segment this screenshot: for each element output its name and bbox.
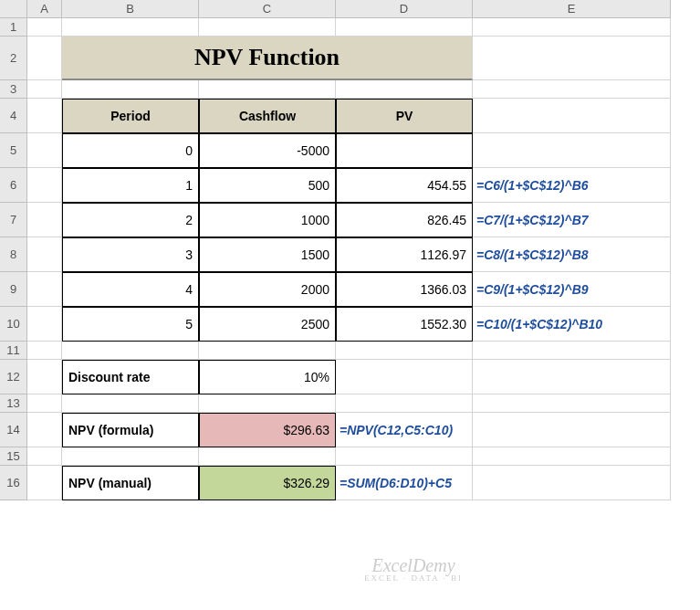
cell-A1[interactable] [27,18,62,37]
row-header-1[interactable]: 1 [0,18,27,37]
npv-formula-label[interactable]: NPV (formula) [62,413,199,447]
cell-cashflow-0[interactable]: -5000 [199,133,336,168]
cell-A7[interactable] [27,203,62,237]
cell-E3[interactable] [473,80,671,99]
cell-A5[interactable] [27,133,62,168]
cell-E16[interactable] [473,466,671,500]
header-cashflow[interactable]: Cashflow [199,99,336,133]
cell-B13[interactable] [62,394,199,413]
cell-pv-0[interactable] [336,133,473,168]
cell-B1[interactable] [62,18,199,37]
row-header-13[interactable]: 13 [0,394,27,413]
row-header-10[interactable]: 10 [0,307,27,342]
cell-A4[interactable] [27,99,62,133]
formula-e7[interactable]: =C7/(1+$C$12)^B7 [473,203,671,237]
row-header-12[interactable]: 12 [0,360,27,394]
cell-D3[interactable] [336,80,473,99]
cell-D12[interactable] [336,360,473,394]
cell-A8[interactable] [27,237,62,272]
cell-B15[interactable] [62,447,199,466]
cell-cashflow-4[interactable]: 2000 [199,272,336,307]
cell-D1[interactable] [336,18,473,37]
row-header-3[interactable]: 3 [0,80,27,99]
npv-formula-text[interactable]: =NPV(C12,C5:C10) [336,413,473,447]
discount-value[interactable]: 10% [199,360,336,394]
cell-cashflow-2[interactable]: 1000 [199,203,336,237]
row-header-15[interactable]: 15 [0,447,27,466]
row-header-9[interactable]: 9 [0,272,27,307]
title-cell[interactable]: NPV Function [62,37,473,80]
row-header-8[interactable]: 8 [0,237,27,272]
row-header-7[interactable]: 7 [0,203,27,237]
cell-E4[interactable] [473,99,671,133]
cell-A12[interactable] [27,360,62,394]
row-header-4[interactable]: 4 [0,99,27,133]
col-header-E[interactable]: E [473,0,671,18]
row-header-6[interactable]: 6 [0,168,27,203]
cell-E15[interactable] [473,447,671,466]
cell-period-3[interactable]: 3 [62,237,199,272]
npv-manual-label[interactable]: NPV (manual) [62,466,199,500]
formula-e6[interactable]: =C6/(1+$C$12)^B6 [473,168,671,203]
cell-B3[interactable] [62,80,199,99]
cell-A6[interactable] [27,168,62,203]
cell-A11[interactable] [27,342,62,360]
npv-manual-text[interactable]: =SUM(D6:D10)+C5 [336,466,473,500]
header-pv[interactable]: PV [336,99,473,133]
row-header-2[interactable]: 2 [0,37,27,80]
cell-E11[interactable] [473,342,671,360]
row-header-5[interactable]: 5 [0,133,27,168]
cell-pv-5[interactable]: 1552.30 [336,307,473,342]
cell-A14[interactable] [27,413,62,447]
cell-C1[interactable] [199,18,336,37]
cell-pv-3[interactable]: 1126.97 [336,237,473,272]
formula-e10[interactable]: =C10/(1+$C$12)^B10 [473,307,671,342]
cell-pv-2[interactable]: 826.45 [336,203,473,237]
cell-A3[interactable] [27,80,62,99]
discount-label[interactable]: Discount rate [62,360,199,394]
formula-e9[interactable]: =C9/(1+$C$12)^B9 [473,272,671,307]
col-header-C[interactable]: C [199,0,336,18]
cell-A15[interactable] [27,447,62,466]
cell-cashflow-3[interactable]: 1500 [199,237,336,272]
cell-E5[interactable] [473,133,671,168]
cell-period-1[interactable]: 1 [62,168,199,203]
row-header-16[interactable]: 16 [0,466,27,500]
cell-C3[interactable] [199,80,336,99]
cell-A9[interactable] [27,272,62,307]
cell-D13[interactable] [336,394,473,413]
cell-A10[interactable] [27,307,62,342]
cell-pv-1[interactable]: 454.55 [336,168,473,203]
cell-E13[interactable] [473,394,671,413]
cell-E14[interactable] [473,413,671,447]
cell-period-4[interactable]: 4 [62,272,199,307]
cell-C13[interactable] [199,394,336,413]
col-header-A[interactable]: A [27,0,62,18]
select-all-corner[interactable] [0,0,27,18]
cell-pv-4[interactable]: 1366.03 [336,272,473,307]
cell-A2[interactable] [27,37,62,80]
formula-e8[interactable]: =C8/(1+$C$12)^B8 [473,237,671,272]
cell-D15[interactable] [336,447,473,466]
npv-manual-value[interactable]: $326.29 [199,466,336,500]
cell-E12[interactable] [473,360,671,394]
cell-E1[interactable] [473,18,671,37]
npv-formula-value[interactable]: $296.63 [199,413,336,447]
cell-C15[interactable] [199,447,336,466]
cell-period-0[interactable]: 0 [62,133,199,168]
col-header-B[interactable]: B [62,0,199,18]
cell-A13[interactable] [27,394,62,413]
row-header-11[interactable]: 11 [0,342,27,360]
cell-D11[interactable] [336,342,473,360]
row-header-14[interactable]: 14 [0,413,27,447]
cell-C11[interactable] [199,342,336,360]
cell-cashflow-5[interactable]: 2500 [199,307,336,342]
cell-period-2[interactable]: 2 [62,203,199,237]
cell-period-5[interactable]: 5 [62,307,199,342]
cell-E2[interactable] [473,37,671,80]
col-header-D[interactable]: D [336,0,473,18]
cell-B11[interactable] [62,342,199,360]
cell-cashflow-1[interactable]: 500 [199,168,336,203]
header-period[interactable]: Period [62,99,199,133]
cell-A16[interactable] [27,466,62,500]
